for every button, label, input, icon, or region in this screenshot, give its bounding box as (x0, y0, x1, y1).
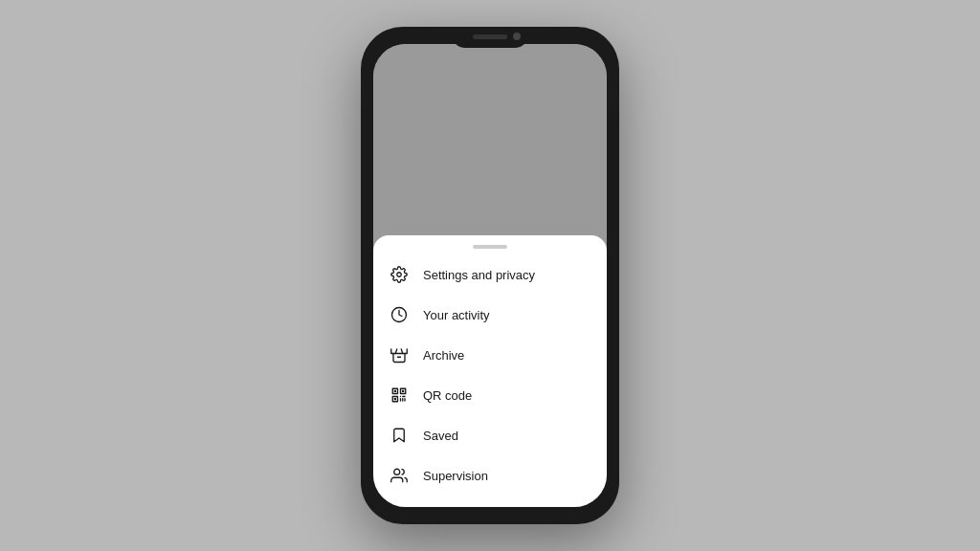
svg-point-0 (397, 273, 402, 277)
archive-label: Archive (423, 348, 464, 363)
phone-frame: Settings and privacy Your activity (361, 27, 619, 524)
menu-item-saved[interactable]: Saved (373, 415, 607, 455)
archive-icon (389, 344, 410, 365)
screen-background (373, 44, 607, 235)
menu-item-qr-code[interactable]: QR code (373, 375, 607, 415)
phone-screen: Settings and privacy Your activity (373, 44, 607, 507)
phone-speaker (473, 34, 507, 39)
svg-rect-6 (402, 390, 404, 392)
svg-point-13 (394, 469, 400, 474)
phone-camera (513, 33, 521, 40)
svg-rect-7 (394, 398, 396, 400)
menu-item-orders-payments[interactable]: Orders and payments (373, 496, 607, 507)
menu-list: Settings and privacy Your activity (373, 254, 607, 507)
settings-icon (389, 264, 410, 285)
activity-icon (389, 304, 410, 325)
phone-notch (452, 27, 528, 48)
menu-item-settings-privacy[interactable]: Settings and privacy (373, 254, 607, 295)
qr-code-label: QR code (423, 388, 472, 403)
menu-item-archive[interactable]: Archive (373, 335, 607, 375)
menu-item-your-activity[interactable]: Your activity (373, 295, 607, 335)
supervision-icon (389, 465, 410, 486)
svg-rect-5 (394, 390, 396, 392)
your-activity-label: Your activity (423, 308, 490, 322)
settings-privacy-label: Settings and privacy (423, 268, 535, 282)
menu-item-supervision[interactable]: Supervision (373, 455, 607, 496)
qr-icon (389, 385, 410, 406)
saved-icon (389, 425, 410, 446)
supervision-label: Supervision (423, 469, 488, 483)
card-icon (389, 505, 410, 507)
drag-handle[interactable] (473, 245, 507, 249)
bottom-sheet: Settings and privacy Your activity (373, 235, 607, 507)
saved-label: Saved (423, 429, 458, 443)
